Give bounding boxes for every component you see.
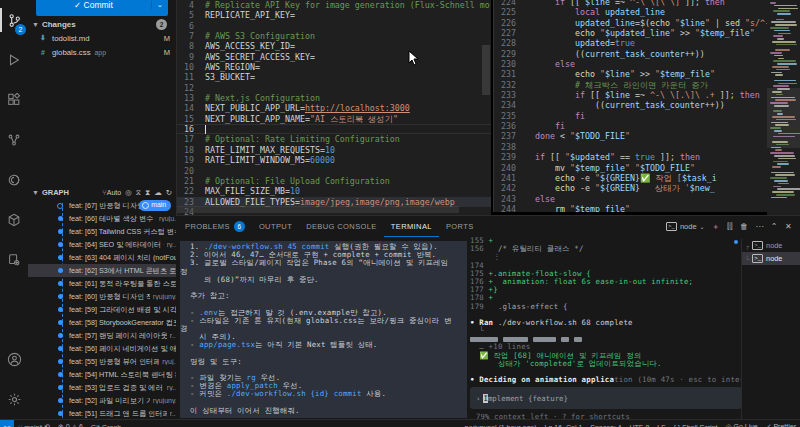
minimap-slider[interactable] — [767, 88, 800, 148]
editor-vertical-scrollbar[interactable] — [482, 45, 490, 95]
cursor-position-status[interactable]: Ln 16, Col 1 — [541, 423, 587, 427]
source-control-icon[interactable]: 2 — [0, 0, 28, 40]
terminal-pane-left[interactable]: 1. ./dev-workflow.sh 45 commit 실행(권한 필요할… — [176, 239, 467, 420]
tab-debug-console[interactable]: DEBUG CONSOLE — [299, 216, 384, 237]
code-line: 234 ((current_task_counter++)) — [494, 100, 768, 110]
commit-row[interactable]: feat: [54] HTML 스토리북 렌더링 컴포... — [28, 368, 176, 381]
split-terminal-icon[interactable]: ⫿⫿ — [727, 222, 733, 232]
shell-editor[interactable]: 224 if [[ $line =~ ^-\ \[\ \] ]]; then22… — [493, 0, 768, 212]
language-mode-status[interactable]: { } Shell Script — [669, 423, 721, 427]
account-icon[interactable] — [0, 339, 28, 379]
run-debug-icon[interactable] — [0, 40, 28, 80]
blame-status[interactable]: ryujunyeol (1 hour ago) — [461, 423, 541, 427]
commit-row[interactable]: feat: [62] S3에서 HTML 콘텐츠 로드..... — [28, 264, 176, 277]
indentation-status[interactable]: Spaces: 4 — [586, 423, 625, 427]
commit-row[interactable]: feat: [52] 파일 미리보기 기능...ryujuny... — [28, 394, 176, 407]
editor-horizontal-scrollbar[interactable] — [177, 206, 459, 213]
status-bar: >< ⑂ main* ⟲ ⊗ 0 △ 6 Git Graph ryujunyeo… — [0, 419, 800, 427]
agent-prompt-input[interactable]: › Implement {feature} — [470, 387, 742, 409]
git-graph-status[interactable]: Git Graph — [87, 424, 125, 427]
code-line: 6 — [177, 21, 491, 31]
pull-icon[interactable]: ⧗ — [145, 188, 150, 198]
commit-row[interactable]: feat: [58] StorybookGenerator 컴포... — [28, 316, 176, 329]
panel-tab-bar: PROBLEMS 6 OUTPUT DEBUG CONSOLE TERMINAL… — [176, 216, 800, 237]
eol-status[interactable]: LF — [653, 423, 669, 427]
activity-bar: 2 — [0, 0, 29, 419]
changes-section-header[interactable]: ▼ Changes 2 — [28, 17, 176, 31]
commit-row[interactable]: feat: [51] 드래그 앤 드롭 인터페이스...r... — [28, 407, 176, 419]
terminal-line: 3. 글로벌 스타일/페이지 작업은 Phase 6의 “애니메이션 및 키프레… — [190, 259, 467, 267]
commit-dropdown-arrow[interactable]: ⌄ — [151, 1, 168, 9]
commit-row[interactable]: feat: [61] 동적 라우팅을 통한 스토리북 ... — [28, 277, 176, 290]
code-line: 13# Next.js Configuration — [177, 93, 491, 103]
branch-auto-toggle[interactable]: ⑂Auto — [102, 188, 121, 198]
code-line: 241 echo -e "${GREEN}✅ 작업 [$task_i — [494, 173, 768, 183]
prettier-status[interactable]: ✓ Prettier — [762, 423, 800, 427]
container-icon[interactable] — [0, 200, 28, 240]
encoding-status[interactable]: UTF-8 — [625, 423, 653, 427]
cloud-icon[interactable]: ☁ — [154, 188, 162, 198]
graph-section-header[interactable]: ▼ GRAPH ⑂Auto ◎ ⧖ ⧗ ☁ ↻ — [28, 186, 176, 199]
commit-row[interactable]: feat: [64] SEO 및 메타데이터 설정...ry... — [28, 238, 176, 251]
new-terminal-button[interactable]: ＋ — [712, 221, 720, 232]
terminal-profile-select[interactable]: >_ node ⌄ — [666, 222, 705, 231]
graph-settings-icon[interactable]: ◎ — [125, 188, 132, 198]
code-line: 232 # 체크박스 라인이면 카운터 증가 — [494, 80, 768, 90]
close-panel-icon[interactable]: ✕ — [785, 222, 792, 231]
go-live-status[interactable]: ◎ Go Live — [721, 423, 761, 427]
commit-row[interactable]: feat: [59] 그라데이션 배경 및 시각적 요... — [28, 303, 176, 316]
commit-dot — [57, 203, 63, 209]
commit-dot — [58, 294, 63, 299]
file-row-globals[interactable]: # globals.css app M — [28, 45, 176, 59]
commit-row[interactable]: feat: [67] 반응형 디자인 미디...main — [28, 199, 176, 212]
problems-status[interactable]: ⊗ 0 △ 6 — [54, 423, 87, 427]
settings-gear-icon[interactable] — [0, 379, 28, 419]
terminal-selection: 1. ./dev-workflow.sh 45 commit 실행(권한 필요할… — [180, 241, 467, 418]
code-line: 224 if [[ $line =~ ^-\ \[\ \] ]]; then — [494, 0, 768, 7]
code-line: 240 mv "$temp_file" "$TODO_FILE" — [494, 163, 768, 173]
tab-output[interactable]: OUTPUT — [252, 216, 299, 237]
terminal-line: ⋮ — [470, 253, 742, 261]
tools-icon[interactable] — [0, 240, 28, 280]
commit-row[interactable]: feat: [63] 404 페이지 처리 (notFound... — [28, 251, 176, 264]
branch-status[interactable]: ⑂ main* ⟲ — [14, 423, 54, 427]
code-line: 237done < "$TODO_FILE" — [494, 131, 768, 141]
maximize-panel-icon[interactable]: ⌃ — [771, 222, 778, 231]
fetch-icon[interactable]: ⧖ — [136, 188, 141, 198]
extensions-icon[interactable] — [0, 80, 28, 120]
tab-ports[interactable]: PORTS — [439, 216, 481, 237]
modified-badge: M — [164, 34, 170, 43]
terminal-line: - 스타일은 기존 톤 유지(현재 globals.css는 보라/핑크 중심이… — [190, 317, 467, 325]
branch-badge-main: main — [139, 200, 171, 211]
code-line: 18RATE_LIMIT_MAX_REQUESTS=10 — [177, 145, 491, 155]
commit-button[interactable]: ✓ Commit ⌄ — [36, 0, 168, 16]
terminal-line: 176 + animation: float 6s ease-in-out in… — [470, 278, 742, 286]
terminal-line: • Deciding on animation application (10m… — [470, 376, 742, 384]
copilot-icon[interactable] — [0, 160, 28, 200]
commit-row[interactable]: feat: [53] 업로드 검증 및 에러 표시...ry... — [28, 381, 176, 394]
env-editor[interactable]: 4# Replicate API Key for image generatio… — [177, 0, 491, 215]
tab-terminal[interactable]: TERMINAL — [384, 216, 439, 237]
terminal-tab-node-2[interactable]: └ >_ node — [742, 252, 800, 265]
code-line: 235 fi — [494, 111, 768, 121]
commit-row[interactable]: feat: [56] 페이지 네비게이션 및 애니메이... — [28, 342, 176, 355]
refresh-icon[interactable]: ↻ — [166, 188, 172, 198]
more-actions-icon[interactable]: ⋯ — [755, 222, 763, 231]
modified-badge: M — [164, 48, 170, 57]
markdown-icon: ⬇ — [38, 34, 48, 42]
remote-indicator[interactable]: >< — [0, 420, 14, 427]
commit-row[interactable]: feat: [55] 반응형 뷰어 인터페이스...ryuj... — [28, 355, 176, 368]
terminal-tab-node-1[interactable]: ┌ >_ node — [742, 239, 800, 252]
references-icon[interactable] — [0, 120, 28, 160]
commit-row[interactable]: feat: [66] 테마별 색상 변수 정의...ryuju... — [28, 212, 176, 225]
commit-row[interactable]: feat: [60] 반응형 디자인 적용...ryujuny... — [28, 290, 176, 303]
kill-terminal-icon[interactable]: 🗑 — [740, 222, 748, 231]
commit-row[interactable]: feat: [65] Tailwind CSS 커스텀 변수 설... — [28, 225, 176, 238]
file-row-todolist[interactable]: ⬇ todolist.md M — [28, 31, 176, 45]
commit-dot — [58, 255, 63, 260]
tab-problems[interactable]: PROBLEMS 6 — [178, 216, 252, 237]
terminal-icon: >_ — [752, 254, 763, 263]
commit-dot — [58, 333, 63, 338]
commit-dot — [58, 281, 63, 286]
commit-row[interactable]: feat: [57] 랜딩 페이지 레이아웃 구현...r... — [28, 329, 176, 342]
